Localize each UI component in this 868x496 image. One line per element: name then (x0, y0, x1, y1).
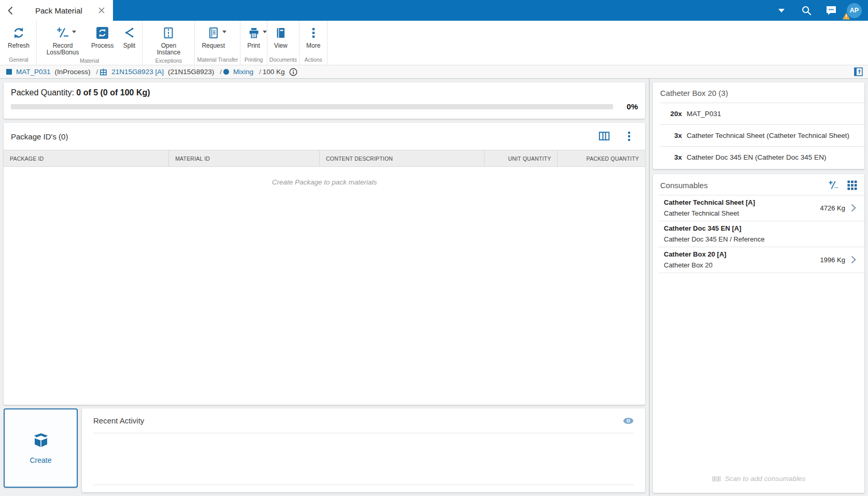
user-avatar[interactable]: AP (847, 3, 862, 18)
plus-minus-icon[interactable] (828, 180, 839, 190)
divider (93, 485, 634, 485)
material-square-icon (6, 69, 12, 75)
split-icon (123, 24, 135, 41)
column-header-unit-quantity[interactable]: UNIT QUANTITY (484, 150, 557, 166)
chevron-down-icon (778, 9, 785, 12)
consumable-description: Catheter Technical Sheet (664, 208, 755, 219)
chat-button[interactable] (819, 0, 844, 21)
process-button[interactable]: Process (87, 23, 118, 56)
record-loss-bonus-button[interactable]: Record Loss/Bonus (39, 23, 87, 56)
search-button[interactable] (794, 0, 819, 21)
column-header-package-id[interactable]: PACKAGE ID (4, 150, 168, 166)
breadcrumb-material-link[interactable]: MAT_P031 (16, 68, 51, 76)
open-instance-button[interactable]: Open Instance (145, 23, 192, 56)
more-button[interactable]: More (302, 23, 325, 55)
box-content-name: Catheter Doc 345 EN (Catheter Doc 345 EN… (687, 153, 826, 161)
close-icon[interactable] (96, 5, 107, 16)
recent-activity-card: Recent Activity (82, 408, 645, 492)
breadcrumb-separator: / (96, 68, 98, 76)
columns-icon[interactable] (599, 131, 610, 142)
packed-quantity-line: Packed Quantity: 0 of 5 (0 of 100 Kg) (11, 88, 638, 97)
toolbar-item-label: Request (202, 42, 225, 49)
package-ids-title: Package ID's (0) (11, 132, 599, 141)
top-bar: Pack Material AP (0, 0, 868, 21)
toolbar-group-material-transfer: Request Material Transfer (195, 21, 240, 65)
info-icon[interactable] (289, 68, 297, 76)
packed-quantity-value: 0 of 5 (0 of 100 Kg) (76, 88, 150, 97)
kebab-icon (308, 24, 319, 41)
progress-row: 0% (11, 102, 638, 111)
chevron-right-icon[interactable] (850, 256, 857, 264)
toolbar-group-label: Material (39, 56, 140, 64)
barcode-icon (712, 475, 721, 483)
breadcrumb: MAT_P031 (InProcess) / 21N15G8923 [A] (2… (0, 65, 868, 79)
toolbar-group-label: Printing (243, 55, 265, 63)
toolbar-item-label: More (306, 42, 320, 49)
caret-down-icon (222, 31, 226, 33)
warning-triangle-icon (842, 12, 850, 20)
toolbar-group-actions: More Actions (300, 21, 328, 65)
toolbar-item-label: Record Loss/Bonus (44, 42, 82, 56)
box-content-qty: 3x (667, 132, 682, 139)
refresh-icon (12, 24, 25, 41)
create-button-label: Create (30, 456, 51, 464)
recent-activity-body (93, 433, 634, 485)
request-button[interactable]: Request (197, 23, 230, 55)
column-header-content-description[interactable]: CONTENT DESCRIPTION (319, 150, 484, 166)
grid-icon[interactable] (847, 180, 857, 190)
eye-icon[interactable] (623, 417, 634, 424)
consumable-text: Catheter Box 20 [A] Catheter Box 20 (664, 249, 727, 271)
book-icon (275, 24, 287, 41)
content-area: Packed Quantity: 0 of 5 (0 of 100 Kg) 0%… (0, 79, 868, 496)
box-contents-title: Catheter Box 20 (3) (660, 89, 857, 97)
consumable-row[interactable]: Catheter Box 20 [A] Catheter Box 20 1996… (653, 247, 864, 273)
open-instance-icon (162, 24, 175, 41)
column-header-packed-quantity[interactable]: PACKED QUANTITY (557, 150, 645, 166)
tab-pack-material[interactable]: Pack Material (20, 0, 113, 21)
dropdown-button[interactable] (769, 0, 794, 21)
breadcrumb-operation-link[interactable]: Mixing (233, 68, 253, 76)
breadcrumb-batch-link[interactable]: 21N15G8923 [A] (111, 68, 164, 76)
consumable-right: 1996 Kg (820, 256, 859, 264)
box-content-qty: 3x (667, 153, 682, 161)
consumables-actions (828, 180, 857, 190)
toolbar-item-label: Print (247, 42, 260, 49)
view-button[interactable]: View (269, 23, 292, 55)
open-box-icon (31, 432, 51, 450)
caret-down-icon (72, 31, 76, 33)
operation-dot-icon (223, 69, 229, 75)
create-package-button[interactable]: Create (4, 408, 78, 488)
caret-down-icon (263, 31, 267, 33)
toolbar-group-printing: Print Printing (240, 21, 267, 65)
consumables-header: Consumables (653, 174, 864, 195)
consumable-text: Catheter Technical Sheet [A] Catheter Te… (664, 197, 755, 219)
chevron-left-icon (7, 6, 13, 15)
consumable-row[interactable]: Catheter Technical Sheet [A] Catheter Te… (653, 195, 864, 221)
toolbar-item-label: Split (123, 42, 135, 49)
box-content-row: 20x MAT_P031 (653, 103, 864, 124)
box-content-row: 3x Catheter Technical Sheet (Catheter Te… (653, 125, 864, 146)
column-header-material-id[interactable]: MATERIAL ID (168, 150, 319, 166)
package-ids-card: Package ID's (0) PACKAGE ID MATERIAL ID … (4, 123, 645, 405)
breadcrumb-separator: / (259, 68, 261, 76)
expand-panel-icon[interactable] (854, 67, 863, 76)
box-content-row: 3x Catheter Doc 345 EN (Catheter Doc 345… (653, 147, 864, 168)
kebab-menu-icon[interactable] (624, 131, 634, 141)
consumable-right: 4726 Kg (820, 204, 859, 212)
box-contents-header: Catheter Box 20 (3) (653, 82, 864, 103)
chevron-right-icon[interactable] (850, 204, 857, 212)
batch-alt-id: (21N15G8923) (168, 68, 214, 76)
consumable-row[interactable]: Catheter Doc 345 EN [A] Catheter Doc 345… (653, 221, 864, 247)
toolbar-group-material: Record Loss/Bonus Process (37, 21, 143, 65)
toolbar-group-label: Actions (302, 55, 325, 63)
refresh-button[interactable]: Refresh (3, 23, 34, 55)
split-button[interactable]: Split (118, 23, 140, 56)
packed-quantity-label: Packed Quantity: (11, 88, 74, 97)
print-button[interactable]: Print (243, 23, 265, 55)
box-content-qty: 20x (667, 110, 682, 118)
box-content-name: MAT_P031 (687, 110, 721, 118)
toolbar-group-documents: View Documents (267, 21, 300, 65)
consumable-description: Catheter Doc 345 EN / Reference (664, 234, 764, 245)
scan-hint-text: Scan to add consumables (725, 475, 805, 483)
back-button[interactable] (0, 0, 20, 21)
